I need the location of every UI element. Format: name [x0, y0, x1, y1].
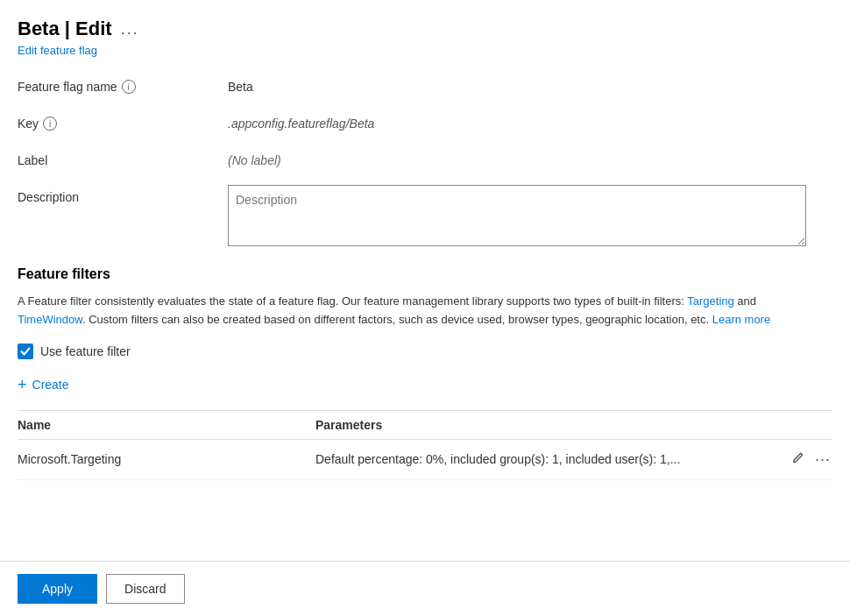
- page-title: Beta | Edit: [18, 18, 112, 40]
- key-info-icon[interactable]: i: [43, 117, 57, 131]
- key-row: Key i .appconfig.featureflag/Beta: [18, 111, 832, 131]
- learn-more-link[interactable]: Learn more: [712, 313, 770, 326]
- edit-icon: [791, 451, 804, 464]
- feature-flag-name-info-icon[interactable]: i: [122, 80, 136, 94]
- key-value: .appconfig.featureflag/Beta: [228, 111, 832, 131]
- description-input[interactable]: [228, 185, 806, 246]
- create-label: Create: [32, 378, 69, 392]
- label-value: (No label): [228, 148, 832, 167]
- more-dots-icon: ···: [815, 450, 831, 468]
- filter-name-cell: Microsoft.Targeting: [18, 452, 315, 466]
- description-row: Description: [18, 185, 832, 249]
- use-feature-filter-checkbox[interactable]: [18, 343, 33, 359]
- filters-table: Name Parameters Microsoft.Targeting Defa…: [18, 411, 832, 480]
- edit-filter-button[interactable]: [790, 450, 806, 469]
- create-filter-button[interactable]: + Create: [18, 373, 69, 396]
- feature-filters-description: A Feature filter consistently evaluates …: [18, 293, 824, 329]
- plus-icon: +: [18, 377, 27, 393]
- column-params-header: Parameters: [315, 418, 832, 432]
- description-label: Description: [18, 185, 228, 204]
- ellipsis-menu-button[interactable]: ...: [121, 20, 139, 39]
- feature-filters-section: Feature filters A Feature filter consist…: [18, 266, 832, 480]
- table-header: Name Parameters: [18, 411, 832, 440]
- feature-flag-name-value: Beta: [228, 74, 832, 94]
- table-row: Microsoft.Targeting Default percentage: …: [18, 440, 832, 480]
- label-label: Label: [18, 148, 228, 167]
- feature-filters-title: Feature filters: [18, 266, 832, 282]
- feature-flag-name-label: Feature flag name i: [18, 74, 228, 94]
- filter-params-cell: Default percentage: 0%, included group(s…: [315, 449, 832, 471]
- use-feature-filter-label: Use feature filter: [40, 344, 131, 358]
- apply-button[interactable]: Apply: [18, 574, 97, 604]
- page-subtitle: Edit feature flag: [18, 44, 832, 57]
- more-options-button[interactable]: ···: [813, 449, 832, 471]
- label-row: Label (No label): [18, 148, 832, 167]
- filter-params-text: Default percentage: 0%, included group(s…: [315, 452, 781, 466]
- filter-action-icons: ···: [790, 449, 832, 471]
- column-name-header: Name: [18, 418, 315, 432]
- feature-flag-name-row: Feature flag name i Beta: [18, 74, 832, 94]
- key-label: Key i: [18, 111, 228, 131]
- discard-button[interactable]: Discard: [106, 574, 184, 604]
- footer-bar: Apply Discard: [0, 561, 850, 616]
- use-feature-filter-row: Use feature filter: [18, 343, 832, 359]
- checkmark-icon: [20, 346, 31, 357]
